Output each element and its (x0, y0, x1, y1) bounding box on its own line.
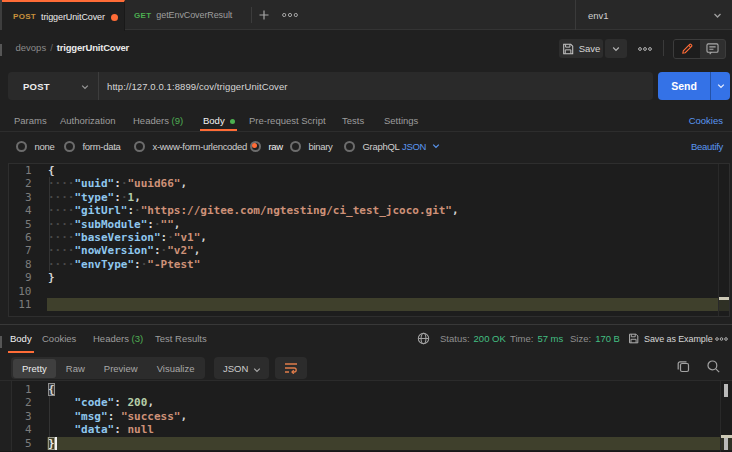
tab-get-env-cover-result[interactable]: GET getEnvCoverResult (126, 0, 250, 30)
line-number: 8 (9, 258, 32, 272)
ellipsis-icon (638, 47, 652, 51)
response-tab-headers[interactable]: Headers (3) (93, 325, 143, 352)
comment-icon (706, 43, 719, 55)
save-icon (562, 43, 574, 55)
radio-x-www-form-urlencoded[interactable]: x-www-form-urlencoded (134, 132, 248, 160)
code-line[interactable]: 3 "msg": "success", (12, 410, 732, 423)
time-value: 57 ms (537, 333, 563, 344)
response-body-editor[interactable]: 1{2 "code": 200,3 "msg": "success",4 "da… (11, 381, 732, 452)
status-badge[interactable]: Status:200 OK (440, 325, 506, 352)
code-line[interactable]: 4····"gitUrl":·"https://gitee.com/ngtest… (9, 204, 729, 217)
edit-documentation-button[interactable] (674, 40, 700, 58)
view-raw[interactable]: Raw (56, 359, 94, 378)
active-tab-underline (200, 129, 237, 131)
code-line[interactable]: 11 (9, 298, 729, 311)
pencil-icon (681, 43, 693, 55)
copy-response-button[interactable] (676, 359, 691, 374)
line-number: 4 (12, 423, 32, 437)
send-options-button[interactable] (711, 72, 730, 100)
url-input[interactable]: http://127.0.0.1:8899/cov/triggerUnitCov… (107, 81, 288, 92)
code-line[interactable]: 4 "data": null (12, 423, 732, 436)
radio-raw[interactable]: raw (250, 132, 283, 160)
environment-selector[interactable]: env1 (575, 0, 732, 30)
send-button[interactable]: Send (658, 72, 711, 100)
save-options-button[interactable] (605, 39, 627, 58)
breadcrumb-request-name[interactable]: triggerUnitCover (57, 42, 129, 53)
request-tab-strip: POST triggerUnitCover GET getEnvCoverRes… (0, 0, 732, 30)
search-response-button[interactable] (706, 359, 721, 374)
code-line[interactable]: 5} (12, 437, 732, 450)
line-number: 4 (9, 204, 32, 218)
plus-icon (258, 9, 270, 21)
breadcrumb-collection[interactable]: devops (16, 42, 47, 53)
network-icon[interactable] (417, 325, 430, 352)
code-line[interactable]: 10 (9, 285, 729, 298)
wrap-text-button[interactable] (275, 357, 307, 379)
chevron-down-icon (712, 10, 723, 21)
code-line[interactable]: 9} (9, 271, 729, 284)
size-badge[interactable]: Size:170 B (570, 325, 620, 352)
editor-scrollbar[interactable] (718, 164, 729, 316)
request-more-actions-button[interactable] (634, 39, 656, 58)
response-tab-test-results[interactable]: Test Results (155, 325, 207, 352)
response-scrollbar[interactable] (720, 381, 732, 452)
tab-pre-request-script[interactable]: Pre-request Script (249, 110, 326, 131)
radio-none[interactable]: none (16, 132, 55, 160)
new-tab-button[interactable] (255, 6, 273, 24)
send-label: Send (671, 80, 697, 92)
view-visualize[interactable]: Visualize (147, 359, 204, 378)
save-button[interactable]: Save (559, 39, 603, 58)
sidebar-handle[interactable] (0, 336, 2, 348)
cookies-link[interactable]: Cookies (689, 110, 723, 131)
radio-icon (290, 141, 301, 152)
time-badge[interactable]: Time:57 ms (510, 325, 563, 352)
method-value: POST (23, 81, 50, 92)
response-language-selector[interactable]: JSON (214, 357, 269, 379)
response-tab-body[interactable]: Body (10, 325, 32, 352)
tab-method-badge: GET (134, 11, 151, 20)
method-selector[interactable]: POST (8, 72, 99, 100)
tab-authorization[interactable]: Authorization (60, 110, 115, 131)
view-pretty[interactable]: Pretty (13, 359, 57, 378)
code-line[interactable]: 1{ (9, 164, 729, 177)
window-edge (0, 0, 2, 30)
chevron-down-icon (431, 141, 441, 151)
sidebar-handle[interactable] (0, 44, 2, 56)
tab-body[interactable]: Body (203, 110, 235, 131)
radio-form-data[interactable]: form-data (64, 132, 121, 160)
tab-options-button[interactable] (280, 6, 300, 24)
response-tab-cookies[interactable]: Cookies (42, 325, 76, 352)
comments-button[interactable] (700, 40, 725, 58)
tab-tests[interactable]: Tests (342, 110, 364, 131)
view-preview[interactable]: Preview (94, 359, 147, 378)
code-line[interactable]: 3····"type":·1, (9, 191, 729, 204)
chevron-down-icon (716, 81, 726, 91)
radio-binary[interactable]: binary (290, 132, 333, 160)
radio-graphql[interactable]: GraphQL (344, 132, 400, 160)
request-body-editor[interactable]: 1{2····"uuid":·"uuid66",3····"type":·1,4… (8, 163, 730, 317)
tab-title: triggerUnitCover (41, 12, 105, 22)
code-line[interactable]: 8····"envType":·"-Ptest" (9, 258, 729, 271)
code-line[interactable]: 2 "code": 200, (12, 396, 732, 409)
tab-strip-divider (251, 7, 252, 23)
response-more-actions-button[interactable] (715, 325, 728, 352)
beautify-link[interactable]: Beautify (691, 132, 723, 160)
code-line[interactable]: 2····"uuid":·"uuid66", (9, 177, 729, 190)
body-filled-dot (230, 119, 235, 124)
code-line[interactable]: 7····"nowVersion":·"v2", (9, 244, 729, 257)
tab-settings[interactable]: Settings (384, 110, 418, 131)
code-line[interactable]: 1{ (12, 383, 732, 396)
tab-headers[interactable]: Headers (9) (133, 110, 183, 131)
response-headers-count: (3) (132, 333, 144, 344)
scrollbar-thumb[interactable] (724, 384, 728, 397)
line-number: 7 (9, 244, 32, 258)
tab-trigger-unit-cover[interactable]: POST triggerUnitCover (0, 0, 125, 31)
chevron-down-icon (252, 365, 262, 375)
tab-params[interactable]: Params (14, 110, 47, 131)
line-number: 2 (12, 396, 32, 410)
raw-language-selector[interactable]: JSON (402, 132, 441, 160)
code-line[interactable]: 5····"subModule":·"", (9, 218, 729, 231)
save-as-example-button[interactable]: Save as Example (628, 325, 713, 352)
code-line[interactable]: 6····"baseVersion":·"v1", (9, 231, 729, 244)
chevron-down-icon (80, 82, 90, 92)
